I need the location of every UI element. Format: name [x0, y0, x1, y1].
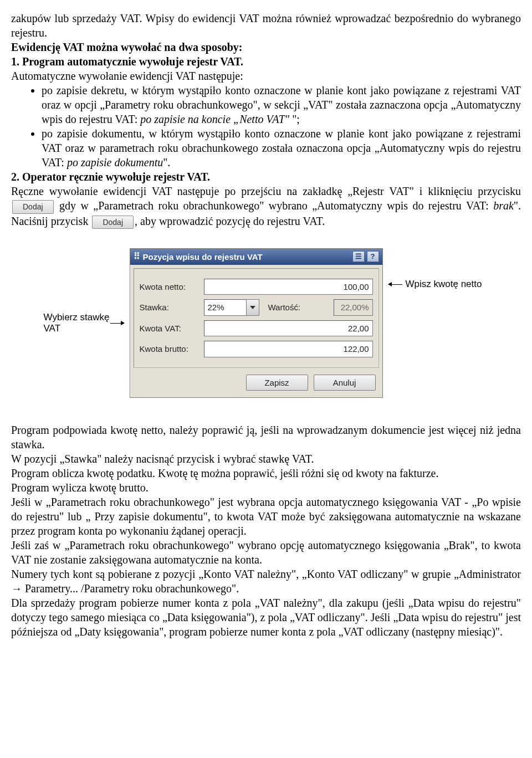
label-kwota-vat: Kwota VAT:	[140, 323, 201, 334]
after-p5: Jeśli w „Parametrach roku obrachunkowego…	[11, 495, 521, 538]
after-p8: Dla sprzedaży program pobierze numer kon…	[11, 596, 521, 639]
after-p7: Numery tych kont są pobierane z pozycji …	[11, 567, 521, 596]
label-stawka: Stawka:	[140, 302, 201, 313]
dialog-figure: Wybierz stawkę VAT ⠿ Pozycja wpisu do re…	[11, 248, 521, 398]
paragraph-intro-1: zakupów lub sprzedaży VAT. Wpisy do ewid…	[11, 11, 521, 40]
stawka-dropdown-icon[interactable]	[246, 299, 259, 316]
dodaj-button-inline-1[interactable]: Dodaj	[12, 200, 54, 213]
dialog-title-text: Pozycja wpisu do rejestru VAT	[143, 252, 263, 263]
anuluj-button[interactable]: Anuluj	[314, 375, 376, 391]
titlebar-help-icon[interactable]: ?	[367, 251, 379, 262]
bullet-1-tail: ";	[289, 113, 300, 125]
dialog-titlebar: ⠿ Pozycja wpisu do rejestru VAT ☰ ?	[130, 249, 382, 265]
dialog-vat-entry: ⠿ Pozycja wpisu do rejestru VAT ☰ ? Kwot…	[130, 248, 383, 398]
arrow-right-icon	[110, 323, 124, 324]
input-kwota-brutto[interactable]: 122,00	[204, 341, 373, 357]
bullet-2: po zapisie dokumentu, w którym wystąpiło…	[42, 126, 521, 170]
after-p2: W pozycji „Stawka" należy nacisnąć przyc…	[11, 452, 521, 466]
heading-method-2: 2. Operator ręcznie wywołuje rejestr VAT…	[11, 170, 521, 184]
dialog-form: Kwota netto: 100,00 Stawka: 22% Wartość:…	[134, 268, 379, 368]
label-kwota-brutto: Kwota brutto:	[140, 344, 201, 355]
titlebar-menu-icon[interactable]: ☰	[352, 251, 365, 262]
paragraph-auto: Automatyczne wywołanie ewidencji VAT nas…	[11, 69, 521, 83]
input-kwota-vat[interactable]: 22,00	[204, 320, 373, 337]
heading-method-1: 1. Program automatycznie wywołuje rejest…	[11, 54, 521, 69]
zapisz-button[interactable]: Zapisz	[246, 375, 308, 391]
manual-text-2: gdy w „Parametrach roku obrachunkowego" …	[59, 199, 493, 212]
after-p4: Program wylicza kwotę brutto.	[11, 480, 521, 495]
after-p3: Program oblicza kwotę podatku. Kwotę tę …	[11, 466, 521, 480]
callout-left: Wybierz stawkę VAT	[44, 312, 110, 335]
bullet-1: po zapisie dekretu, w którym wystąpiło k…	[42, 83, 521, 126]
input-wartosc: 22,00%	[334, 299, 373, 316]
manual-italic-brak: brak	[493, 199, 514, 212]
callout-right: Wpisz kwotę netto	[406, 279, 489, 290]
bullet-list: po zapisie dekretu, w którym wystąpiło k…	[11, 83, 521, 170]
input-kwota-netto[interactable]: 100,00	[204, 279, 373, 295]
after-p6: Jeśli zaś w „Parametrach roku obrachunko…	[11, 538, 521, 567]
bullet-1-italic: po zapisie na koncie „Netto VAT"	[140, 113, 289, 125]
bullet-2-tail: ".	[163, 156, 170, 168]
input-stawka[interactable]: 22%	[204, 299, 246, 316]
titlebar-grip-icon: ⠿	[134, 251, 140, 263]
arrow-left-icon	[388, 284, 402, 285]
bullet-2-italic: po zapisie dokumentu	[67, 156, 163, 168]
manual-text-4: , aby wprowadzić pozycję do rejestru VAT…	[135, 215, 325, 227]
manual-text-1: Ręczne wywołanie ewidencji VAT następuje…	[11, 185, 521, 197]
after-p1: Program podpowiada kwotę netto, należy p…	[11, 423, 521, 452]
paragraph-manual: Ręczne wywołanie ewidencji VAT następuje…	[11, 184, 521, 229]
label-wartosc: Wartość:	[263, 302, 330, 313]
label-kwota-netto: Kwota netto:	[140, 281, 201, 293]
dodaj-button-inline-2[interactable]: Dodaj	[92, 216, 134, 229]
heading-two-ways: Ewidencję VAT można wywołać na dwa sposo…	[11, 40, 521, 54]
